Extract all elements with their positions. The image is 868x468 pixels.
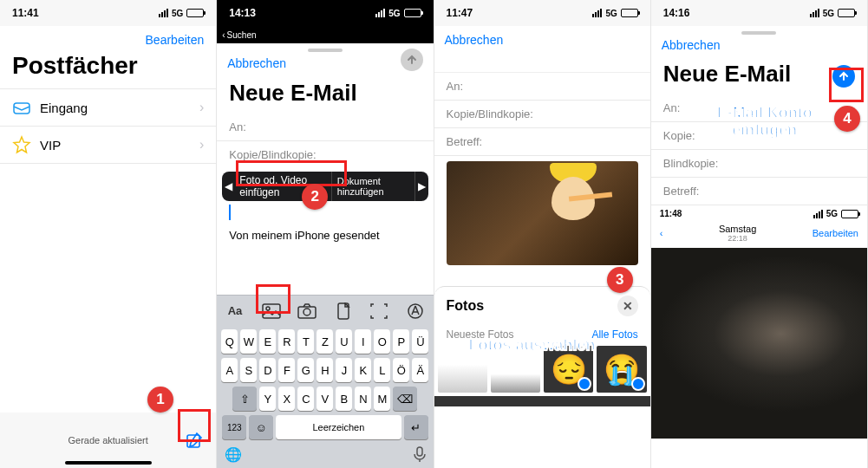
key-Z[interactable]: Z <box>317 329 333 354</box>
sheet-handle-icon[interactable] <box>741 31 776 35</box>
key-R[interactable]: R <box>278 329 295 354</box>
globe-key[interactable]: 🌐 <box>225 446 242 463</box>
sheet-header: Abbrechen <box>217 43 433 76</box>
inbox-label: Eingang <box>40 101 88 115</box>
key-Ö[interactable]: Ö <box>393 358 409 382</box>
status-icons: 5G <box>375 9 421 18</box>
sheet-header: Abbrechen <box>434 26 650 52</box>
markup-button[interactable] <box>403 299 427 323</box>
key-P[interactable]: P <box>393 329 409 354</box>
annotation-box-send <box>829 68 864 102</box>
to-field[interactable]: An: <box>434 73 650 101</box>
key-O[interactable]: O <box>374 329 390 354</box>
attached-screenshot[interactable]: 11:48 5G ‹ Samstag22:18 Bearbeiten <box>651 205 867 439</box>
key-W[interactable]: W <box>240 329 257 354</box>
signal-icon <box>592 9 602 17</box>
space-key[interactable]: Leerzeichen <box>276 415 401 439</box>
key-C[interactable]: C <box>297 387 314 411</box>
page-title: Postfächer <box>0 47 216 88</box>
inbox-icon <box>12 98 31 117</box>
kb-row-3: ⇧ YXCVBNM ⌫ <box>219 387 430 411</box>
back-to-search[interactable]: ‹ Suchen <box>217 26 433 43</box>
sheet-header: Abbrechen <box>651 26 867 57</box>
signal-icon <box>810 9 819 17</box>
key-X[interactable]: X <box>278 387 295 411</box>
key-H[interactable]: H <box>317 358 333 382</box>
key-F[interactable]: F <box>278 358 295 382</box>
annotation-badge-2: 2 <box>302 184 328 210</box>
annotation-badge-1: 1 <box>147 387 173 413</box>
status-icons: 5G <box>592 9 637 18</box>
key-Y[interactable]: Y <box>259 387 276 411</box>
key-Q[interactable]: Q <box>221 329 238 354</box>
key-N[interactable]: N <box>355 387 371 411</box>
bcc-field[interactable]: Blindkopie: <box>651 150 867 178</box>
key-I[interactable]: I <box>355 329 371 354</box>
keyboard[interactable]: QWERTZUIOPÜ ASDFGHJKLÖÄ ⇧ YXCVBNM ⌫ 123 … <box>217 326 433 468</box>
return-key[interactable]: ↵ <box>404 415 428 439</box>
status-bar: 14:16 5G <box>651 0 867 26</box>
key-V[interactable]: V <box>317 387 333 411</box>
inserted-photo[interactable] <box>447 161 638 265</box>
status-bar: 14:13 5G <box>217 0 433 26</box>
key-K[interactable]: K <box>355 358 371 382</box>
inbox-row[interactable]: Eingang › <box>0 88 216 127</box>
signal-icon <box>375 9 385 17</box>
chevron-left-icon: ‹ <box>222 30 225 40</box>
key-S[interactable]: S <box>240 358 257 382</box>
key-A[interactable]: A <box>221 358 238 382</box>
key-E[interactable]: E <box>259 329 276 354</box>
vip-label: VIP <box>40 138 61 153</box>
key-Ü[interactable]: Ü <box>412 329 428 354</box>
edit-button[interactable]: Bearbeiten <box>0 26 216 47</box>
svg-point-5 <box>303 309 310 315</box>
annotation-badge-3: 3 <box>607 267 633 293</box>
key-Ä[interactable]: Ä <box>412 358 428 382</box>
annotation-box-photo-icon <box>256 284 290 314</box>
cancel-button[interactable]: Abbrechen <box>445 31 504 47</box>
battery-icon <box>838 9 855 17</box>
mic-key[interactable] <box>414 446 426 463</box>
scan-button[interactable] <box>367 299 391 323</box>
shift-key[interactable]: ⇧ <box>232 387 257 411</box>
signal-icon <box>159 9 168 17</box>
emoji-key[interactable]: ☺ <box>249 415 273 439</box>
cancel-button[interactable]: Abbrechen <box>227 49 286 70</box>
numbers-key[interactable]: 123 <box>222 415 246 439</box>
keyboard-toolbar: Aa <box>217 295 433 326</box>
popover-prev-icon[interactable]: ◀ <box>222 180 234 192</box>
to-field[interactable]: An: <box>217 114 433 141</box>
key-M[interactable]: M <box>374 387 390 411</box>
subject-field[interactable]: Betreff: <box>651 178 867 205</box>
status-icons: 5G <box>810 9 855 18</box>
close-button[interactable]: ✕ <box>617 296 638 316</box>
backspace-key[interactable]: ⌫ <box>393 387 417 411</box>
sheet-handle-icon[interactable] <box>308 49 343 52</box>
status-bar: 11:47 5G <box>434 0 650 26</box>
key-T[interactable]: T <box>297 329 314 354</box>
chevron-right-icon: › <box>199 100 204 115</box>
clock: 14:16 <box>663 7 690 19</box>
selected-check-icon <box>631 377 645 391</box>
popover-next-icon[interactable]: ▶ <box>415 180 427 192</box>
signature-text: Von meinem iPhone gesendet <box>217 222 433 249</box>
clock: 11:47 <box>447 7 473 19</box>
ccbcc-field[interactable]: Kopie/Blindkopie: <box>434 101 650 128</box>
key-L[interactable]: L <box>374 358 390 382</box>
compose-title: Neue E-Mail <box>217 76 433 114</box>
chevron-right-icon: › <box>199 137 204 153</box>
key-B[interactable]: B <box>336 387 352 411</box>
camera-button[interactable] <box>295 299 319 323</box>
send-button[interactable] <box>401 49 423 71</box>
key-J[interactable]: J <box>336 358 352 382</box>
attachment-button[interactable] <box>331 299 356 323</box>
text-format-button[interactable]: Aa <box>223 299 247 323</box>
key-U[interactable]: U <box>336 329 352 354</box>
vip-row[interactable]: VIP › <box>0 127 216 164</box>
subject-field[interactable]: Betreff: <box>434 128 650 156</box>
key-G[interactable]: G <box>297 358 314 382</box>
key-D[interactable]: D <box>259 358 276 382</box>
cancel-button[interactable]: Abbrechen <box>662 31 721 52</box>
battery-icon <box>404 9 421 17</box>
panel-compose-send: 14:16 5G Abbrechen Neue E-Mail An: Kopie… <box>651 0 868 468</box>
